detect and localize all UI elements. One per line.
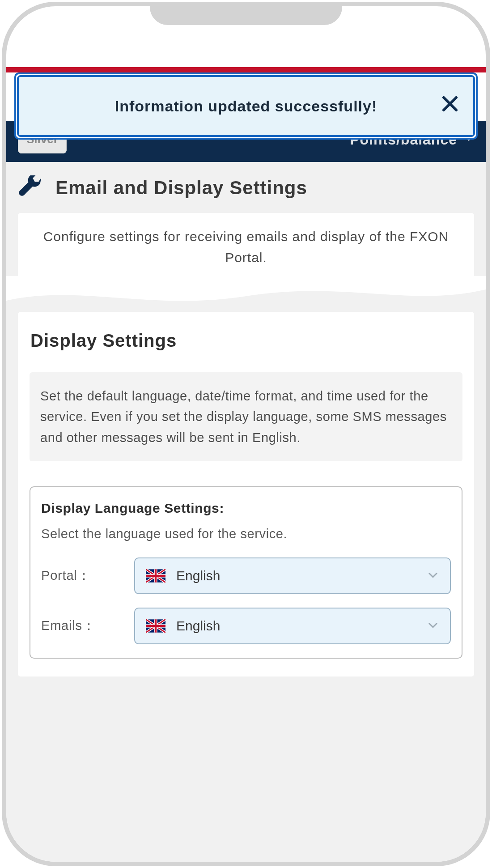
emails-language-value: English bbox=[176, 618, 220, 634]
close-icon bbox=[441, 95, 459, 113]
uk-flag-icon bbox=[146, 569, 165, 583]
wrench-icon bbox=[18, 175, 43, 200]
page-title-row: Email and Display Settings bbox=[6, 162, 486, 213]
brand-accent-bar bbox=[6, 67, 486, 72]
emails-language-label: Emails： bbox=[41, 617, 126, 635]
page-body: Email and Display Settings Configure set… bbox=[6, 162, 486, 862]
display-settings-card: Display Settings Set the default languag… bbox=[18, 312, 474, 677]
toast-close-button[interactable] bbox=[437, 91, 462, 121]
toast-message: Information updated successfully! bbox=[115, 98, 377, 115]
portal-language-row: Portal： bbox=[41, 557, 451, 594]
uk-flag-icon bbox=[146, 619, 165, 633]
svg-rect-4 bbox=[146, 575, 165, 577]
language-settings-box: Display Language Settings: Select the la… bbox=[30, 486, 462, 659]
portal-language-value: English bbox=[176, 568, 220, 583]
section-divider-wave bbox=[6, 276, 486, 312]
portal-language-select[interactable]: English bbox=[134, 557, 451, 594]
chevron-down-icon bbox=[427, 569, 439, 583]
page-title: Email and Display Settings bbox=[55, 177, 307, 199]
portal-language-label: Portal： bbox=[41, 567, 126, 585]
svg-rect-9 bbox=[146, 625, 165, 627]
emails-language-select[interactable]: English bbox=[134, 608, 451, 644]
success-toast: Information updated successfully! bbox=[17, 75, 475, 137]
language-settings-hint: Select the language used for the service… bbox=[41, 527, 451, 541]
intro-text: Configure settings for receiving emails … bbox=[43, 229, 449, 265]
section-title: Display Settings bbox=[30, 331, 462, 351]
toast-highlight-outline: Information updated successfully! bbox=[14, 72, 478, 140]
phone-notch bbox=[150, 4, 342, 25]
language-settings-title: Display Language Settings: bbox=[41, 501, 451, 516]
section-description: Set the default language, date/time form… bbox=[30, 372, 462, 461]
phone-frame: Silver Points/balance Information update… bbox=[2, 2, 490, 866]
intro-card: Configure settings for receiving emails … bbox=[18, 213, 474, 281]
chevron-down-icon bbox=[427, 619, 439, 633]
emails-language-row: Emails： bbox=[41, 608, 451, 644]
